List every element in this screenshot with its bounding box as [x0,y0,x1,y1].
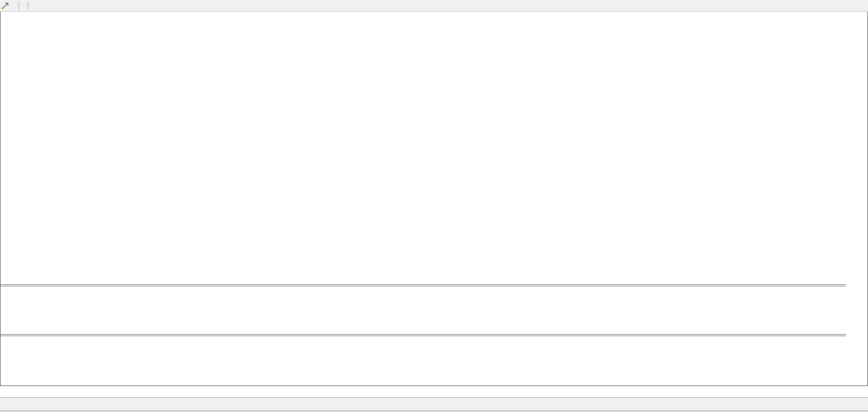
symbol-tab-bar [0,397,868,410]
timeframe-toolbar [0,0,868,12]
toolbar-grip [18,2,20,10]
toolbar-grip [27,2,29,10]
chart-canvas[interactable] [0,0,868,412]
tab-scroll-arrows [860,398,868,409]
panel-separator[interactable] [1,284,846,286]
chart-title [5,14,28,22]
panel-separator[interactable] [1,334,846,336]
cursor-tool-icon[interactable] [1,2,10,10]
